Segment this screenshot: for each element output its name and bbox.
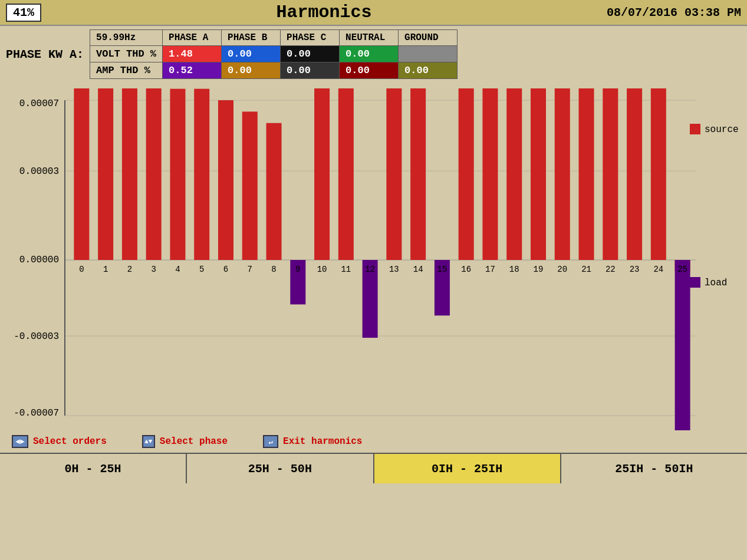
row-0-cell-0: 1.48 xyxy=(163,46,222,62)
x-axis-labels: 0123456789101112131415161718192021222324… xyxy=(79,265,687,274)
x-label-10: 10 xyxy=(317,265,327,274)
row-1-label: AMP THD % xyxy=(90,62,163,79)
y-label-zero: 0.00000 xyxy=(19,255,59,265)
bar-source-19 xyxy=(531,88,546,260)
source-legend-box xyxy=(690,124,700,134)
bar-source-17 xyxy=(482,88,498,260)
x-label-24: 24 xyxy=(653,265,663,274)
x-label-14: 14 xyxy=(413,265,423,274)
datetime-display: 08/07/2016 03:38 PM xyxy=(607,6,741,19)
x-label-15: 15 xyxy=(437,265,447,274)
x-label-8: 8 xyxy=(271,265,276,274)
select-orders-control[interactable]: ◄► Select orders xyxy=(12,435,107,448)
col-neutral: NEUTRAL xyxy=(340,30,399,46)
x-label-7: 7 xyxy=(248,265,252,274)
tab-2[interactable]: 0IH - 25IH xyxy=(374,454,561,483)
row-0-cell-3: 0.00 xyxy=(340,46,399,62)
up-down-icon: ▲▼ xyxy=(142,435,155,448)
bar-source-3 xyxy=(146,88,162,260)
info-section: PHASE KW A: 59.99Hz PHASE A PHASE B PHAS… xyxy=(0,26,747,83)
y-label-neg2: -0.00003 xyxy=(14,331,59,342)
bar-load-25 xyxy=(675,260,690,430)
bar-source-1 xyxy=(98,88,113,260)
harmonics-chart: 0.00007 0.00003 0.00000 -0.00003 -0.0000… xyxy=(6,88,741,430)
x-label-11: 11 xyxy=(341,265,351,274)
tab-1[interactable]: 25H - 50H xyxy=(187,454,374,483)
bar-source-16 xyxy=(459,88,474,260)
tab-0[interactable]: 0H - 25H xyxy=(0,454,187,483)
x-label-1: 1 xyxy=(103,265,108,274)
load-legend-box xyxy=(690,277,700,288)
bottom-controls: ◄► Select orders ▲▼ Select phase ↵ Exit … xyxy=(0,430,747,453)
y-label-bot: -0.00007 xyxy=(14,408,59,419)
x-label-22: 22 xyxy=(606,265,616,274)
x-label-20: 20 xyxy=(557,265,567,274)
bar-source-22 xyxy=(603,88,618,260)
x-label-2: 2 xyxy=(127,265,132,274)
select-orders-label: Select orders xyxy=(33,436,107,447)
y-label-2: 0.00003 xyxy=(19,166,59,177)
row-1-cell-3: 0.00 xyxy=(340,62,399,79)
col-phase-b: PHASE B xyxy=(222,30,281,46)
row-1-cell-1: 0.00 xyxy=(222,62,281,79)
x-label-17: 17 xyxy=(485,265,495,274)
bar-source-2 xyxy=(122,88,137,260)
row-1-cell-0: 0.52 xyxy=(163,62,222,79)
bar-source-8 xyxy=(266,123,282,260)
bar-source-13 xyxy=(386,88,402,260)
bar-source-24 xyxy=(651,88,666,260)
chart-svg: 0.00007 0.00003 0.00000 -0.00003 -0.0000… xyxy=(6,88,741,430)
row-0-cell-4 xyxy=(399,46,458,62)
page-title: Harmonics xyxy=(41,2,607,22)
y-label-top: 0.00007 xyxy=(19,98,59,109)
freq-cell: 59.99Hz xyxy=(90,30,163,46)
tab-3[interactable]: 25IH - 50IH xyxy=(561,454,747,483)
bar-source-4 xyxy=(170,89,185,260)
exit-label: Exit harmonics xyxy=(283,436,362,447)
x-label-25: 25 xyxy=(677,265,687,274)
thd-table: 59.99Hz PHASE A PHASE B PHASE C NEUTRAL … xyxy=(90,29,458,79)
x-label-3: 3 xyxy=(151,265,156,274)
bar-source-21 xyxy=(579,88,594,260)
bar-source-14 xyxy=(410,88,426,260)
battery-indicator: 41% xyxy=(6,4,41,22)
enter-icon: ↵ xyxy=(263,435,278,448)
source-legend-label: source xyxy=(705,124,739,135)
bar-source-11 xyxy=(338,88,354,260)
tab-bar: 0H - 25H25H - 50H0IH - 25IH25IH - 50IH xyxy=(0,453,747,483)
bar-source-18 xyxy=(506,88,522,260)
bar-source-20 xyxy=(555,88,570,260)
row-1-cell-2: 0.00 xyxy=(281,62,340,79)
x-label-6: 6 xyxy=(223,265,228,274)
bar-source-10 xyxy=(314,88,330,260)
x-label-18: 18 xyxy=(509,265,519,274)
col-phase-c: PHASE C xyxy=(281,30,340,46)
select-phase-control[interactable]: ▲▼ Select phase xyxy=(142,435,228,448)
phase-label: PHASE KW A: xyxy=(6,29,90,79)
select-phase-label: Select phase xyxy=(160,436,228,447)
col-ground: GROUND xyxy=(399,30,458,46)
x-label-4: 4 xyxy=(175,265,180,274)
x-label-21: 21 xyxy=(581,265,591,274)
x-label-23: 23 xyxy=(630,265,640,274)
row-0-cell-2: 0.00 xyxy=(281,46,340,62)
x-label-9: 9 xyxy=(295,265,300,274)
x-label-16: 16 xyxy=(461,265,471,274)
row-0-cell-1: 0.00 xyxy=(222,46,281,62)
x-label-0: 0 xyxy=(79,265,84,274)
col-phase-a: PHASE A xyxy=(163,30,222,46)
row-1-cell-4: 0.00 xyxy=(399,62,458,79)
load-legend-label: load xyxy=(705,278,727,288)
bar-source-7 xyxy=(242,111,258,260)
row-0-label: VOLT THD % xyxy=(90,46,163,62)
x-label-13: 13 xyxy=(389,265,399,274)
x-label-5: 5 xyxy=(199,265,204,274)
exit-control[interactable]: ↵ Exit harmonics xyxy=(263,435,362,448)
bar-group xyxy=(74,88,690,430)
bar-source-6 xyxy=(218,100,233,260)
bar-source-5 xyxy=(194,89,209,260)
x-label-12: 12 xyxy=(365,265,375,274)
bar-source-23 xyxy=(627,88,642,260)
x-label-19: 19 xyxy=(534,265,544,274)
bar-source-0 xyxy=(74,88,89,260)
